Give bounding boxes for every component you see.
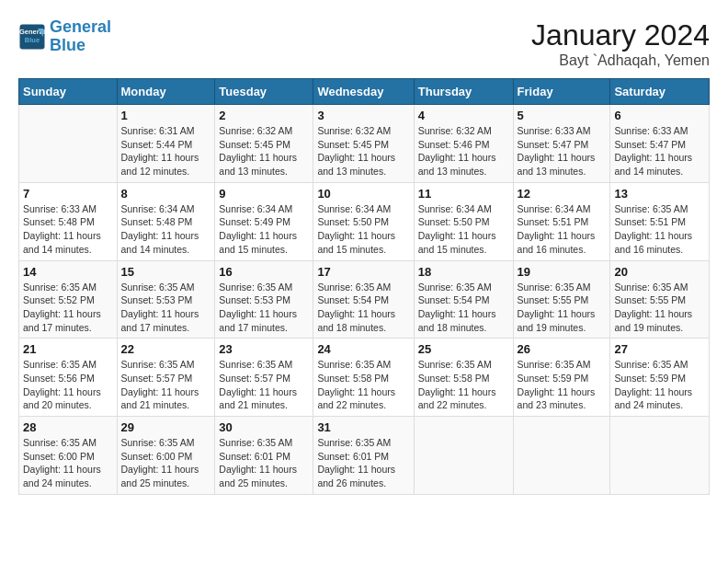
day-info: Sunrise: 6:35 AMSunset: 6:00 PMDaylight:…	[121, 436, 211, 490]
page-header: General Blue General Blue January 2024 B…	[18, 18, 710, 69]
day-info: Sunrise: 6:32 AMSunset: 5:46 PMDaylight:…	[418, 124, 509, 178]
calendar-cell: 24Sunrise: 6:35 AMSunset: 5:58 PMDayligh…	[313, 339, 414, 417]
header-cell-monday: Monday	[117, 79, 215, 105]
calendar-cell: 22Sunrise: 6:35 AMSunset: 5:57 PMDayligh…	[117, 339, 215, 417]
calendar-cell: 31Sunrise: 6:35 AMSunset: 6:01 PMDayligh…	[313, 417, 414, 495]
day-number: 14	[23, 265, 113, 279]
calendar-cell: 20Sunrise: 6:35 AMSunset: 5:55 PMDayligh…	[610, 260, 710, 339]
calendar-cell: 30Sunrise: 6:35 AMSunset: 6:01 PMDayligh…	[215, 417, 313, 495]
day-number: 27	[614, 342, 705, 356]
day-number: 23	[219, 342, 309, 356]
calendar-cell: 25Sunrise: 6:35 AMSunset: 5:58 PMDayligh…	[414, 339, 513, 417]
calendar-cell: 29Sunrise: 6:35 AMSunset: 6:00 PMDayligh…	[117, 417, 215, 495]
calendar-cell: 12Sunrise: 6:34 AMSunset: 5:51 PMDayligh…	[513, 182, 610, 260]
header-cell-tuesday: Tuesday	[215, 79, 313, 105]
calendar-cell: 15Sunrise: 6:35 AMSunset: 5:53 PMDayligh…	[117, 260, 215, 339]
week-row-4: 21Sunrise: 6:35 AMSunset: 5:56 PMDayligh…	[19, 339, 710, 417]
title-block: January 2024 Bayt `Adhaqah, Yemen	[531, 18, 710, 69]
calendar-cell: 9Sunrise: 6:34 AMSunset: 5:49 PMDaylight…	[215, 182, 313, 260]
header-cell-thursday: Thursday	[414, 79, 513, 105]
header-cell-friday: Friday	[513, 79, 610, 105]
calendar-cell: 5Sunrise: 6:33 AMSunset: 5:47 PMDaylight…	[513, 105, 610, 183]
day-info: Sunrise: 6:35 AMSunset: 5:55 PMDaylight:…	[518, 281, 607, 335]
day-number: 18	[418, 265, 509, 279]
day-info: Sunrise: 6:35 AMSunset: 5:53 PMDaylight:…	[121, 281, 211, 335]
week-row-1: 1Sunrise: 6:31 AMSunset: 5:44 PMDaylight…	[19, 105, 710, 183]
calendar-cell: 23Sunrise: 6:35 AMSunset: 5:57 PMDayligh…	[215, 339, 313, 417]
day-number: 19	[518, 265, 607, 279]
header-row: SundayMondayTuesdayWednesdayThursdayFrid…	[19, 79, 710, 105]
week-row-3: 14Sunrise: 6:35 AMSunset: 5:52 PMDayligh…	[19, 260, 710, 339]
day-number: 4	[418, 109, 509, 122]
calendar-cell: 3Sunrise: 6:32 AMSunset: 5:45 PMDaylight…	[313, 105, 414, 183]
calendar-cell	[513, 417, 610, 495]
day-number: 1	[121, 109, 211, 122]
calendar-cell: 14Sunrise: 6:35 AMSunset: 5:52 PMDayligh…	[19, 260, 118, 339]
day-info: Sunrise: 6:35 AMSunset: 5:57 PMDaylight:…	[121, 358, 211, 412]
day-info: Sunrise: 6:33 AMSunset: 5:47 PMDaylight:…	[518, 124, 607, 178]
calendar-cell: 18Sunrise: 6:35 AMSunset: 5:54 PMDayligh…	[414, 260, 513, 339]
day-number: 3	[317, 109, 409, 122]
day-number: 9	[219, 187, 309, 201]
day-info: Sunrise: 6:33 AMSunset: 5:48 PMDaylight:…	[23, 202, 113, 257]
calendar-cell: 26Sunrise: 6:35 AMSunset: 5:59 PMDayligh…	[513, 339, 610, 417]
day-number: 12	[518, 187, 607, 201]
day-info: Sunrise: 6:32 AMSunset: 5:45 PMDaylight:…	[219, 124, 309, 178]
day-number: 7	[23, 187, 113, 201]
calendar-cell: 21Sunrise: 6:35 AMSunset: 5:56 PMDayligh…	[19, 339, 118, 417]
day-info: Sunrise: 6:32 AMSunset: 5:45 PMDaylight:…	[317, 124, 409, 178]
day-number: 30	[219, 420, 309, 434]
day-number: 2	[219, 109, 309, 122]
day-number: 24	[317, 342, 409, 356]
header-cell-wednesday: Wednesday	[313, 79, 414, 105]
day-number: 8	[121, 187, 211, 201]
calendar-cell: 8Sunrise: 6:34 AMSunset: 5:48 PMDaylight…	[117, 182, 215, 260]
day-number: 28	[23, 420, 113, 434]
calendar-cell: 27Sunrise: 6:35 AMSunset: 5:59 PMDayligh…	[610, 339, 710, 417]
day-info: Sunrise: 6:35 AMSunset: 5:53 PMDaylight:…	[219, 281, 309, 335]
calendar-cell	[610, 417, 710, 495]
day-info: Sunrise: 6:35 AMSunset: 5:57 PMDaylight:…	[219, 358, 309, 412]
day-info: Sunrise: 6:35 AMSunset: 5:56 PMDaylight:…	[23, 358, 113, 412]
day-info: Sunrise: 6:35 AMSunset: 5:59 PMDaylight:…	[614, 358, 705, 412]
day-info: Sunrise: 6:35 AMSunset: 6:00 PMDaylight:…	[23, 436, 113, 490]
main-title: January 2024	[531, 18, 710, 52]
svg-text:Blue: Blue	[25, 36, 40, 44]
day-info: Sunrise: 6:35 AMSunset: 5:59 PMDaylight:…	[518, 358, 607, 412]
header-cell-saturday: Saturday	[610, 79, 710, 105]
calendar-cell: 2Sunrise: 6:32 AMSunset: 5:45 PMDaylight…	[215, 105, 313, 183]
day-number: 5	[518, 109, 607, 122]
day-info: Sunrise: 6:34 AMSunset: 5:48 PMDaylight:…	[121, 202, 211, 257]
day-number: 29	[121, 420, 211, 434]
day-number: 20	[614, 265, 705, 279]
calendar-cell	[19, 105, 118, 183]
day-info: Sunrise: 6:35 AMSunset: 5:54 PMDaylight:…	[317, 281, 409, 335]
day-number: 25	[418, 342, 509, 356]
day-info: Sunrise: 6:35 AMSunset: 5:51 PMDaylight:…	[614, 202, 705, 257]
logo-text: General Blue	[50, 18, 111, 55]
day-number: 10	[317, 187, 409, 201]
calendar-cell: 4Sunrise: 6:32 AMSunset: 5:46 PMDaylight…	[414, 105, 513, 183]
day-info: Sunrise: 6:34 AMSunset: 5:49 PMDaylight:…	[219, 202, 309, 257]
day-info: Sunrise: 6:35 AMSunset: 5:55 PMDaylight:…	[614, 281, 705, 335]
day-info: Sunrise: 6:35 AMSunset: 6:01 PMDaylight:…	[219, 436, 309, 490]
calendar-cell	[414, 417, 513, 495]
header-cell-sunday: Sunday	[19, 79, 118, 105]
calendar-cell: 19Sunrise: 6:35 AMSunset: 5:55 PMDayligh…	[513, 260, 610, 339]
calendar-table: SundayMondayTuesdayWednesdayThursdayFrid…	[18, 78, 710, 495]
calendar-cell: 28Sunrise: 6:35 AMSunset: 6:00 PMDayligh…	[19, 417, 118, 495]
day-info: Sunrise: 6:34 AMSunset: 5:50 PMDaylight:…	[317, 202, 409, 257]
day-number: 16	[219, 265, 309, 279]
day-info: Sunrise: 6:35 AMSunset: 6:01 PMDaylight:…	[317, 436, 409, 490]
day-number: 13	[614, 187, 705, 201]
day-info: Sunrise: 6:35 AMSunset: 5:58 PMDaylight:…	[317, 358, 409, 412]
day-number: 21	[23, 342, 113, 356]
week-row-5: 28Sunrise: 6:35 AMSunset: 6:00 PMDayligh…	[19, 417, 710, 495]
logo: General Blue General Blue	[18, 18, 111, 55]
logo-icon: General Blue	[18, 23, 46, 51]
calendar-cell: 10Sunrise: 6:34 AMSunset: 5:50 PMDayligh…	[313, 182, 414, 260]
day-info: Sunrise: 6:34 AMSunset: 5:51 PMDaylight:…	[518, 202, 607, 257]
day-number: 26	[518, 342, 607, 356]
day-number: 15	[121, 265, 211, 279]
day-number: 11	[418, 187, 509, 201]
